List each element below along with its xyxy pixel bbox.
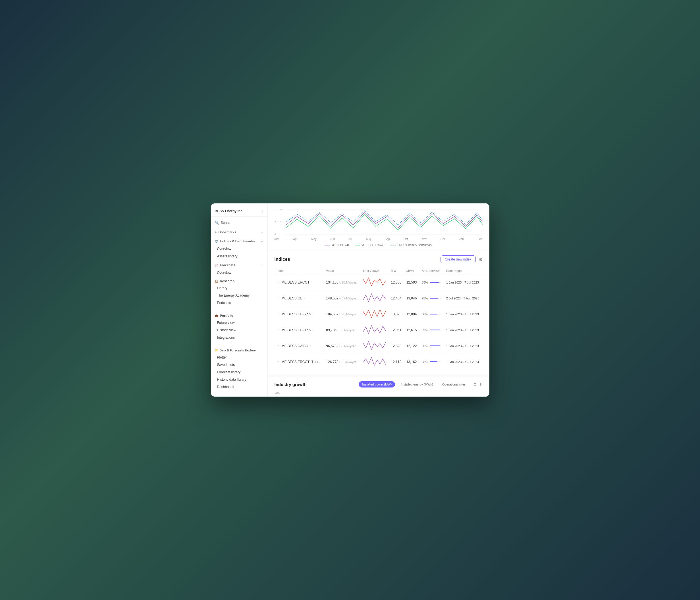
mwh-cell: 13,046: [404, 290, 420, 306]
index-name-cell: ☆ ME BESS CAISO ›: [275, 338, 324, 354]
star-icon[interactable]: ☆: [277, 344, 280, 348]
search-icon: 🔍: [215, 221, 219, 225]
growth-chart-wrapper: 1100 1000 900 800 700 600: [275, 391, 482, 397]
sidebar-item-podcasts[interactable]: Podcasts: [211, 299, 268, 307]
sidebar-header: BESS Energy Inc. «: [211, 207, 268, 217]
tab-operational-sites[interactable]: Operational sites: [439, 381, 469, 388]
top-chart-section: 100,000 50,000 0 Mar Apr: [268, 203, 490, 251]
tab-installed-energy[interactable]: Installed energy (MWh): [397, 381, 436, 388]
star-icon[interactable]: ☆: [277, 360, 280, 364]
sidebar-item-historic-view[interactable]: Historic view: [211, 327, 268, 334]
forecasts-icon: 📈: [215, 264, 218, 267]
sidebar-item-future-view[interactable]: Future view: [211, 319, 268, 327]
sidebar-section-portfolio-header[interactable]: 💼 Portfolio: [211, 312, 268, 319]
sidebar-item-saved-plots[interactable]: Saved plots: [211, 361, 268, 368]
table-row: ☆ ME BESS GB › 148,562 GBP/MW/year 12,45…: [275, 290, 482, 306]
sidebar-item-assets-library[interactable]: Assets library: [211, 253, 268, 260]
legend-item-bess-gb: ME BESS GB: [325, 243, 349, 246]
sidebar-section-portfolio: 💼 Portfolio Future view Historic view In…: [211, 312, 268, 341]
portfolio-icon: 💼: [215, 314, 218, 317]
sidebar-item-energy-academy[interactable]: The Energy Academy: [211, 292, 268, 299]
add-index-icon[interactable]: +: [261, 239, 263, 243]
search-nav-item[interactable]: 🔍 Search: [211, 219, 268, 227]
sidebar-item-dashboard[interactable]: Dashboard: [211, 383, 268, 391]
sidebar-section-forecasts: 📈 Forecasts + Overview: [211, 261, 268, 277]
table-header-row: Index Value Last 7 days MW MWh Anc. serv…: [275, 267, 482, 275]
sidebar-section-indices-header[interactable]: ⚖️ Indices & Benchmarks +: [211, 237, 268, 245]
index-name-text[interactable]: ME BESS GB (2hr): [282, 312, 311, 316]
date-range-cell: 1 Jan 2023 - 7 Jul 2023: [444, 338, 482, 354]
star-icon[interactable]: ☆: [277, 312, 280, 316]
add-bookmark-icon[interactable]: +: [261, 230, 263, 234]
sidebar-section-indices: ⚖️ Indices & Benchmarks + Overview Asset…: [211, 237, 268, 260]
sidebar-item-integrations[interactable]: Integrations: [211, 334, 268, 341]
sidebar-item-library[interactable]: Library: [211, 284, 268, 292]
sidebar-section-documentation: 📄 Documentation GB Forecast: [211, 396, 268, 397]
col-mwh: MWh: [404, 267, 420, 275]
anc-bar-fill: [430, 345, 440, 346]
sidebar-section-bookmarks: ▶ Bookmarks +: [211, 228, 268, 236]
sidebar-collapse-button[interactable]: «: [261, 209, 264, 213]
anc-bar-bg: [430, 361, 441, 362]
star-icon[interactable]: ☆: [277, 280, 280, 284]
sidebar-item-overview-forecasts[interactable]: Overview: [211, 269, 268, 277]
indices-icon: ⚖️: [215, 240, 218, 243]
table-row: ☆ ME BESS GB (1hr) › 89,785 USD/MW/year …: [275, 322, 482, 338]
sidebar-section-bookmarks-header[interactable]: ▶ Bookmarks +: [211, 228, 268, 236]
growth-bar-chart: [282, 391, 482, 397]
growth-filter-icon[interactable]: ⚙: [473, 382, 477, 387]
index-name-text[interactable]: ME BESS ERCOT (1hr): [282, 360, 318, 364]
growth-tabs: Installed power (MW) Installed energy (M…: [359, 381, 482, 388]
forecasts-label: Forecasts: [220, 263, 235, 267]
add-forecast-icon[interactable]: +: [261, 263, 263, 267]
mw-cell: 12,828: [389, 338, 404, 354]
anc-bar-fill: [430, 361, 438, 362]
index-name-text[interactable]: ME BESS ERCOT: [282, 280, 310, 284]
mw-cell: 12,112: [389, 354, 404, 370]
chevron-right-icon: ▶: [215, 231, 217, 234]
mwh-cell: 12,615: [404, 322, 420, 338]
date-range-cell: 1 Jan 2023 - 7 Jul 2023: [444, 275, 482, 290]
growth-title: Industry growth: [275, 382, 307, 387]
indices-actions: Create new index ⚙: [441, 255, 482, 263]
mw-cell: 12,454: [389, 290, 404, 306]
mwh-cell: 13,162: [404, 354, 420, 370]
sparkline-chart: [363, 341, 386, 350]
anc-bar-bg: [430, 345, 441, 346]
star-icon[interactable]: ☆: [277, 296, 280, 300]
index-name-text[interactable]: ME BESS CAISO: [282, 344, 308, 348]
col-anc-services: Anc. services: [420, 267, 444, 275]
index-name-cell: ☆ ME BESS ERCOT (1hr) ›: [275, 354, 324, 370]
chevron-right-icon: ›: [312, 329, 313, 332]
sparkline-chart: [363, 325, 386, 334]
svg-text:100,000: 100,000: [275, 208, 283, 211]
sidebar-section-forecasts-header[interactable]: 📈 Forecasts +: [211, 261, 268, 269]
create-new-index-button[interactable]: Create new index: [441, 255, 475, 263]
growth-download-icon[interactable]: ⬇: [479, 382, 482, 387]
sidebar-section-data-header[interactable]: 📁 Data & Forecasts Explorer: [211, 347, 268, 354]
sidebar-section-docs-header[interactable]: 📄 Documentation: [211, 396, 268, 397]
sidebar-item-overview-indices[interactable]: Overview: [211, 245, 268, 253]
filter-icon[interactable]: ⚙: [479, 257, 482, 262]
star-icon[interactable]: ☆: [277, 328, 280, 332]
sidebar-item-plotter[interactable]: Plotter: [211, 354, 268, 361]
index-value-cell: 126,778 GBP/MW/year: [324, 354, 361, 370]
sidebar-section-research-header[interactable]: 📋 Research: [211, 278, 268, 284]
sidebar-item-forecast-library[interactable]: Forecast library: [211, 368, 268, 376]
sidebar-item-historic-data-library[interactable]: Historic data library: [211, 376, 268, 383]
index-value-cell: 134,136 USD/MW/year: [324, 275, 361, 290]
indices-title: Indices: [275, 257, 290, 262]
chevron-right-icon: ›: [310, 344, 311, 347]
col-index: Index: [275, 267, 324, 275]
sparkline-cell: [361, 354, 389, 370]
tab-installed-power[interactable]: Installed power (MW): [359, 381, 395, 388]
anc-pct-text: 75%: [422, 296, 428, 300]
legend-label-ercot-benchmark: ERCOT Battery Benchmark: [397, 243, 432, 246]
search-label: Search: [221, 221, 232, 225]
index-name-text[interactable]: ME BESS GB: [282, 296, 303, 300]
col-last7days: Last 7 days: [361, 267, 389, 275]
index-name-text[interactable]: ME BESS GB (1hr): [282, 328, 311, 332]
legend-line-bess-ercot: [355, 245, 360, 245]
anc-services-cell: 89%: [420, 322, 444, 338]
anc-bar-bg: [430, 298, 441, 298]
